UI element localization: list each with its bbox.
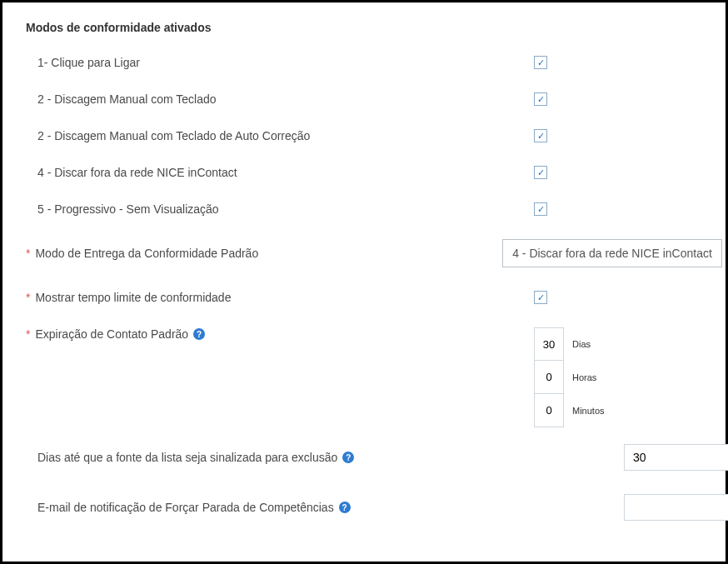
mode-checkbox[interactable]: ✓	[534, 129, 547, 142]
expiration-label: Expiração de Contato Padrão	[35, 327, 188, 341]
mode-row: 4 - Discar fora da rede NICE inContact ✓	[26, 166, 702, 179]
expiration-row: * Expiração de Contato Padrão ? Dias Hor…	[26, 327, 702, 427]
required-icon: *	[26, 247, 30, 260]
mode-checkbox[interactable]: ✓	[534, 166, 547, 179]
mode-label: 2 - Discagem Manual com Teclado de Auto …	[37, 129, 310, 142]
show-timeout-row: * Mostrar tempo limite de conformidade ✓	[26, 291, 702, 304]
delivery-mode-label: Modo de Entrega da Conformidade Padrão	[35, 247, 258, 260]
expiration-hours-unit: Horas	[572, 372, 596, 382]
show-timeout-checkbox[interactable]: ✓	[534, 291, 547, 304]
mode-checkbox[interactable]: ✓	[534, 92, 547, 106]
mode-label: 1- Clique para Ligar	[37, 56, 140, 69]
mode-checkbox[interactable]: ✓	[534, 202, 547, 216]
expiration-minutes-unit: Minutos	[572, 406, 605, 416]
delivery-mode-select[interactable]: 4 - Discar fora da rede NICE inContact	[502, 239, 722, 267]
force-stop-email-label: E-mail de notificação de Forçar Parada d…	[37, 501, 334, 514]
mode-checkbox[interactable]: ✓	[534, 56, 547, 69]
section-title: Modos de conformidade ativados	[26, 21, 702, 34]
help-icon[interactable]: ?	[342, 452, 354, 463]
required-icon: *	[26, 291, 30, 304]
mode-label: 5 - Progressivo - Sem Visualização	[37, 202, 219, 216]
force-stop-email-row: E-mail de notificação de Forçar Parada d…	[26, 494, 702, 521]
mode-row: 1- Clique para Ligar ✓	[26, 56, 702, 69]
expiration-minutes-input[interactable]	[534, 394, 564, 427]
mode-row: 5 - Progressivo - Sem Visualização ✓	[26, 202, 702, 216]
mode-row: 2 - Discagem Manual com Teclado de Auto …	[26, 129, 702, 142]
duration-group: Dias Horas Minutos	[534, 327, 605, 427]
expiration-hours-input[interactable]	[534, 361, 564, 394]
required-icon: *	[26, 327, 30, 341]
show-timeout-label: Mostrar tempo limite de conformidade	[35, 291, 231, 304]
mode-row: 2 - Discagem Manual com Teclado ✓	[26, 92, 702, 106]
days-until-flag-input[interactable]	[624, 444, 728, 471]
force-stop-email-input[interactable]	[624, 494, 728, 521]
expiration-days-input[interactable]	[534, 327, 564, 361]
expiration-days-unit: Dias	[572, 339, 591, 349]
days-until-flag-label: Dias até que a fonte da lista seja sinal…	[37, 451, 337, 464]
help-icon[interactable]: ?	[339, 502, 351, 513]
mode-label: 4 - Discar fora da rede NICE inContact	[37, 166, 237, 179]
mode-label: 2 - Discagem Manual com Teclado	[37, 92, 217, 106]
help-icon[interactable]: ?	[193, 328, 205, 340]
days-until-flag-row: Dias até que a fonte da lista seja sinal…	[26, 444, 702, 471]
delivery-mode-row: * Modo de Entrega da Conformidade Padrão…	[26, 239, 702, 267]
